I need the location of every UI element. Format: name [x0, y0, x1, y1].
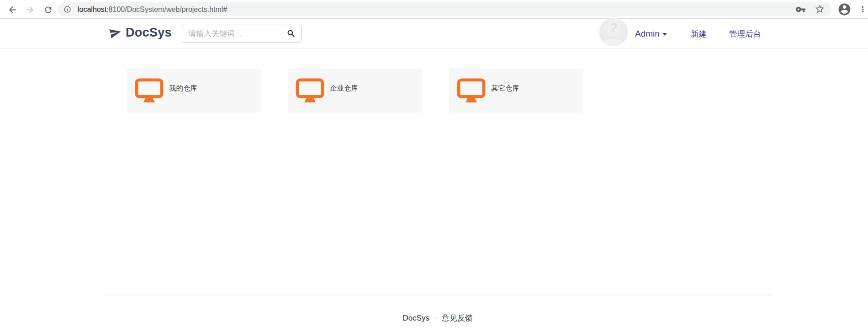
- footer: DocSys·意见反馈: [103, 313, 773, 323]
- search-button[interactable]: [281, 25, 301, 42]
- monitor-icon: [457, 78, 486, 103]
- back-button[interactable]: [6, 4, 18, 16]
- url-path: :8100/DocSystem/web/projects.html#: [106, 5, 227, 13]
- brand-name: DocSys: [126, 26, 172, 40]
- avatar-silhouette: [603, 39, 624, 46]
- key-icon[interactable]: [795, 4, 806, 15]
- footer-separator: ·: [434, 314, 437, 321]
- browser-profile-icon[interactable]: [837, 2, 852, 16]
- paper-plane-icon: [108, 25, 122, 40]
- nav-link-admin-console[interactable]: 管理后台: [729, 19, 761, 49]
- repo-card-other[interactable]: 其它仓库: [449, 69, 583, 112]
- admin-dropdown-label: Admin: [635, 29, 660, 38]
- url-host: localhost: [78, 5, 106, 13]
- browser-toolbar: localhost:8100/DocSystem/web/projects.ht…: [0, 0, 868, 19]
- magnifier-icon: [286, 29, 296, 38]
- reload-button[interactable]: [42, 4, 54, 16]
- monitor-icon: [135, 78, 164, 103]
- forward-button[interactable]: [24, 4, 36, 16]
- brand-logo[interactable]: DocSys: [109, 26, 172, 40]
- search-box: [182, 25, 302, 43]
- nav-link-new[interactable]: 新建: [691, 19, 707, 49]
- search-input[interactable]: [182, 25, 281, 42]
- url-text: localhost:8100/DocSystem/web/projects.ht…: [78, 2, 227, 16]
- forward-arrow-icon: [25, 5, 35, 15]
- back-arrow-icon: [7, 5, 18, 15]
- repo-card-label: 其它仓库: [491, 84, 519, 93]
- repo-card-label: 我的仓库: [169, 84, 197, 93]
- admin-dropdown[interactable]: Admin: [635, 19, 667, 49]
- repo-card-enterprise[interactable]: 企业仓库: [288, 69, 422, 112]
- footer-brand: DocSys: [402, 314, 429, 322]
- question-mark-icon: ?: [599, 20, 628, 36]
- repo-card-label: 企业仓库: [330, 84, 358, 93]
- repo-card-my[interactable]: 我的仓库: [127, 69, 261, 112]
- bookmark-star-icon[interactable]: [814, 3, 826, 15]
- page: localhost:8100/DocSystem/web/projects.ht…: [0, 0, 868, 332]
- reload-icon: [43, 5, 53, 15]
- chevron-down-icon: [662, 33, 667, 36]
- feedback-link[interactable]: 意见反馈: [442, 314, 473, 322]
- info-icon[interactable]: [64, 5, 71, 15]
- monitor-icon: [296, 78, 324, 103]
- browser-menu-icon[interactable]: [857, 4, 868, 15]
- user-avatar[interactable]: ?: [599, 18, 628, 46]
- site-header: DocSys ? Admin 新建 管理后台: [0, 19, 868, 49]
- footer-divider: [103, 295, 773, 295]
- url-bar[interactable]: localhost:8100/DocSystem/web/projects.ht…: [58, 2, 831, 16]
